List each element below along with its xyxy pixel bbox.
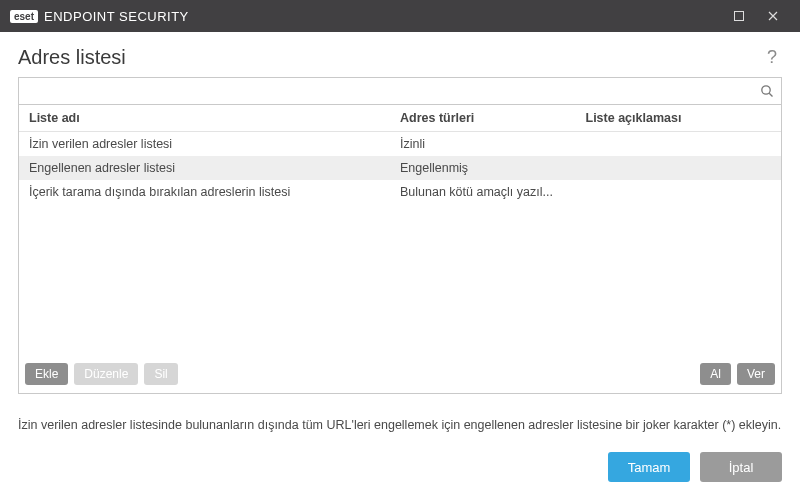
svg-point-1 bbox=[762, 86, 770, 94]
close-icon bbox=[767, 10, 779, 22]
cancel-button[interactable]: İptal bbox=[700, 452, 782, 482]
brand-text: ENDPOINT SECURITY bbox=[44, 9, 189, 24]
col-header-types[interactable]: Adres türleri bbox=[400, 111, 586, 125]
maximize-button[interactable] bbox=[722, 0, 756, 32]
page-title: Adres listesi bbox=[18, 46, 762, 69]
cell-types: Engellenmiş bbox=[400, 161, 586, 175]
footer: Tamam İptal bbox=[0, 434, 800, 500]
ok-button[interactable]: Tamam bbox=[608, 452, 690, 482]
cell-desc bbox=[586, 161, 772, 175]
cell-name: İçerik tarama dışında bırakılan adresler… bbox=[29, 185, 400, 199]
content: Liste adı Adres türleri Liste açıklaması… bbox=[0, 77, 800, 404]
header: Adres listesi ? bbox=[0, 32, 800, 77]
close-button[interactable] bbox=[756, 0, 790, 32]
action-bar: Ekle Düzenle Sil Al Ver bbox=[19, 355, 781, 393]
titlebar: eset ENDPOINT SECURITY bbox=[0, 0, 800, 32]
delete-button[interactable]: Sil bbox=[144, 363, 177, 385]
cell-name: İzin verilen adresler listesi bbox=[29, 137, 400, 151]
cell-desc bbox=[586, 185, 772, 199]
table-row[interactable]: İzin verilen adresler listesiİzinli bbox=[19, 132, 781, 156]
svg-rect-0 bbox=[735, 12, 744, 21]
table: Liste adı Adres türleri Liste açıklaması… bbox=[18, 105, 782, 394]
table-header: Liste adı Adres türleri Liste açıklaması bbox=[19, 105, 781, 132]
brand: eset ENDPOINT SECURITY bbox=[10, 9, 189, 24]
cell-desc bbox=[586, 137, 772, 151]
edit-button[interactable]: Düzenle bbox=[74, 363, 138, 385]
col-header-name[interactable]: Liste adı bbox=[29, 111, 400, 125]
hint-text: İzin verilen adresler listesinde bulunan… bbox=[0, 404, 800, 434]
table-body: İzin verilen adresler listesiİzinliEngel… bbox=[19, 132, 781, 355]
add-button[interactable]: Ekle bbox=[25, 363, 68, 385]
search-icon[interactable] bbox=[753, 84, 781, 98]
import-button[interactable]: Al bbox=[700, 363, 731, 385]
table-row[interactable]: İçerik tarama dışında bırakılan adresler… bbox=[19, 180, 781, 204]
col-header-desc[interactable]: Liste açıklaması bbox=[586, 111, 772, 125]
export-button[interactable]: Ver bbox=[737, 363, 775, 385]
search-input[interactable] bbox=[19, 78, 753, 104]
cell-types: İzinli bbox=[400, 137, 586, 151]
searchbar bbox=[18, 77, 782, 105]
table-row[interactable]: Engellenen adresler listesiEngellenmiş bbox=[19, 156, 781, 180]
cell-name: Engellenen adresler listesi bbox=[29, 161, 400, 175]
help-button[interactable]: ? bbox=[762, 47, 782, 68]
brand-badge: eset bbox=[10, 10, 38, 23]
maximize-icon bbox=[733, 10, 745, 22]
cell-types: Bulunan kötü amaçlı yazıl... bbox=[400, 185, 586, 199]
